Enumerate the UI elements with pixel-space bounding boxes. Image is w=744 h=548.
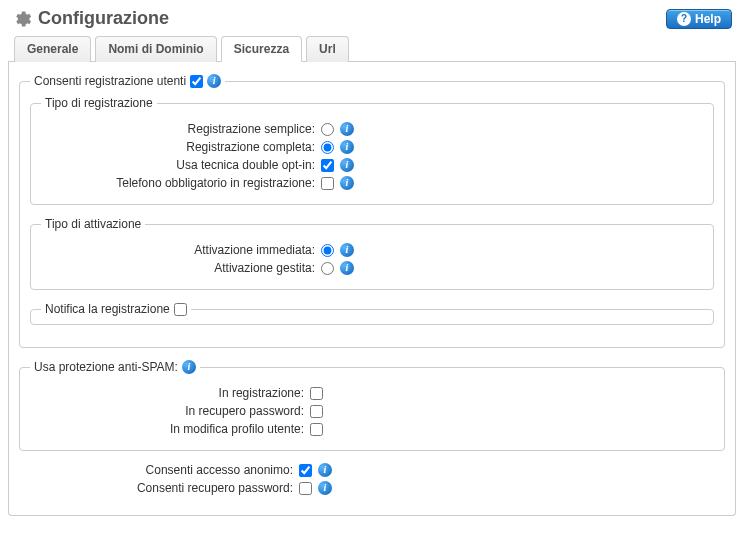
help-label: Help bbox=[695, 12, 721, 26]
legend-tipo-registrazione: Tipo di registrazione bbox=[41, 96, 157, 110]
label-recupero-password: Consenti recupero password: bbox=[19, 481, 299, 495]
fieldset-tipo-attivazione: Tipo di attivazione Attivazione immediat… bbox=[30, 217, 714, 290]
tab-url[interactable]: Url bbox=[306, 36, 349, 62]
info-icon[interactable]: i bbox=[340, 261, 354, 275]
legend-notifica-registrazione: Notifica la registrazione bbox=[41, 302, 191, 316]
info-icon[interactable]: i bbox=[318, 463, 332, 477]
info-icon[interactable]: i bbox=[182, 360, 196, 374]
radio-attivazione-gestita[interactable] bbox=[321, 262, 334, 275]
info-icon[interactable]: i bbox=[340, 122, 354, 136]
fieldset-notifica-registrazione: Notifica la registrazione bbox=[30, 302, 714, 325]
info-icon[interactable]: i bbox=[340, 158, 354, 172]
label-attivazione-gestita: Attivazione gestita: bbox=[41, 261, 321, 275]
checkbox-double-optin[interactable] bbox=[321, 159, 334, 172]
legend-tipo-attivazione: Tipo di attivazione bbox=[41, 217, 145, 231]
label-telefono-obbligatorio: Telefono obbligatorio in registrazione: bbox=[41, 176, 321, 190]
page-title: Configurazione bbox=[38, 8, 169, 29]
info-icon[interactable]: i bbox=[340, 140, 354, 154]
tab-nomi-dominio[interactable]: Nomi di Dominio bbox=[95, 36, 216, 62]
checkbox-antispam-recupero-password[interactable] bbox=[310, 405, 323, 418]
checkbox-telefono-obbligatorio[interactable] bbox=[321, 177, 334, 190]
info-icon[interactable]: i bbox=[318, 481, 332, 495]
label-reg-semplice: Registrazione semplice: bbox=[41, 122, 321, 136]
tabs: Generale Nomi di Dominio Sicurezza Url bbox=[8, 35, 736, 62]
fieldset-consenti-registrazione: Consenti registrazione utenti i Tipo di … bbox=[19, 74, 725, 348]
info-icon[interactable]: i bbox=[340, 176, 354, 190]
gear-icon bbox=[12, 9, 32, 29]
tab-generale[interactable]: Generale bbox=[14, 36, 91, 62]
radio-reg-completa[interactable] bbox=[321, 141, 334, 154]
checkbox-consenti-registrazione[interactable] bbox=[190, 75, 203, 88]
legend-consenti-registrazione: Consenti registrazione utenti i bbox=[30, 74, 225, 88]
checkbox-antispam-modifica-profilo[interactable] bbox=[310, 423, 323, 436]
info-icon[interactable]: i bbox=[340, 243, 354, 257]
checkbox-antispam-registrazione[interactable] bbox=[310, 387, 323, 400]
radio-attivazione-immediata[interactable] bbox=[321, 244, 334, 257]
checkbox-notifica-registrazione[interactable] bbox=[174, 303, 187, 316]
fieldset-antispam: Usa protezione anti-SPAM: i In registraz… bbox=[19, 360, 725, 451]
checkbox-accesso-anonimo[interactable] bbox=[299, 464, 312, 477]
label-antispam-registrazione: In registrazione: bbox=[30, 386, 310, 400]
help-button[interactable]: ? Help bbox=[666, 9, 732, 29]
help-icon: ? bbox=[677, 12, 691, 26]
label-double-optin: Usa tecnica double opt-in: bbox=[41, 158, 321, 172]
tab-body: Consenti registrazione utenti i Tipo di … bbox=[8, 62, 736, 516]
label-accesso-anonimo: Consenti accesso anonimo: bbox=[19, 463, 299, 477]
label-antispam-modifica-profilo: In modifica profilo utente: bbox=[30, 422, 310, 436]
fieldset-tipo-registrazione: Tipo di registrazione Registrazione semp… bbox=[30, 96, 714, 205]
radio-reg-semplice[interactable] bbox=[321, 123, 334, 136]
label-reg-completa: Registrazione completa: bbox=[41, 140, 321, 154]
info-icon[interactable]: i bbox=[207, 74, 221, 88]
checkbox-recupero-password[interactable] bbox=[299, 482, 312, 495]
page-header: Configurazione ? Help bbox=[8, 8, 736, 35]
label-antispam-recupero-password: In recupero password: bbox=[30, 404, 310, 418]
legend-antispam: Usa protezione anti-SPAM: i bbox=[30, 360, 200, 374]
label-attivazione-immediata: Attivazione immediata: bbox=[41, 243, 321, 257]
tab-sicurezza[interactable]: Sicurezza bbox=[221, 36, 302, 62]
